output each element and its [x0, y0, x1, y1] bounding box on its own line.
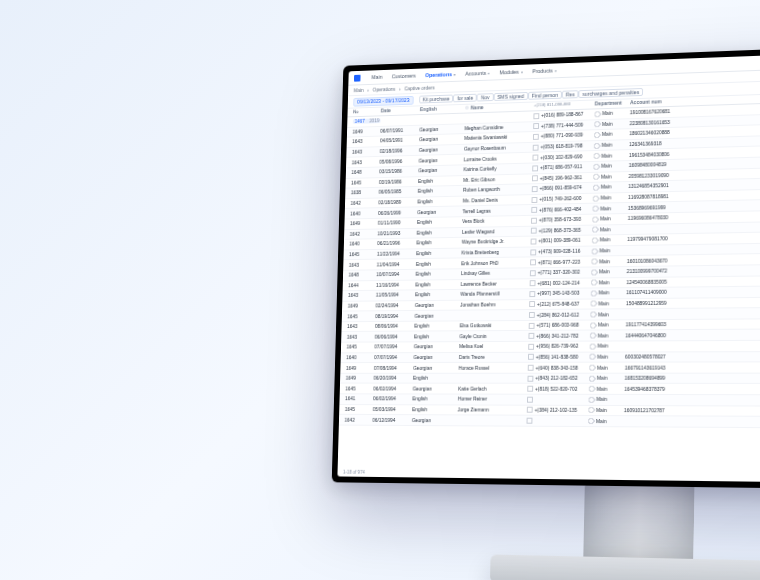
edit-icon[interactable]	[592, 205, 599, 212]
cell-dept: Main	[594, 142, 629, 149]
edit-icon[interactable]	[592, 237, 599, 244]
copy-icon[interactable]	[529, 312, 535, 318]
copy-icon[interactable]	[532, 176, 538, 182]
filter-chip[interactable]: surcharges and penalties	[579, 87, 644, 97]
edit-icon[interactable]	[593, 163, 600, 170]
nav-item[interactable]: Modules▾	[499, 69, 522, 76]
copy-icon[interactable]	[527, 375, 533, 381]
edit-icon[interactable]	[592, 248, 599, 255]
copy-icon[interactable]	[528, 344, 534, 350]
nav-item[interactable]: Accounts▾	[465, 70, 490, 77]
copy-icon[interactable]	[532, 165, 538, 171]
copy-icon[interactable]	[530, 259, 536, 265]
col-lang[interactable]: English	[420, 104, 465, 111]
edit-icon[interactable]	[592, 216, 599, 223]
cell-dept: Main	[593, 163, 628, 170]
cell-dept: Main	[592, 248, 628, 255]
copy-icon[interactable]	[530, 270, 536, 276]
copy-icon[interactable]	[532, 155, 538, 161]
cell-name	[465, 116, 534, 118]
col-id[interactable]: №	[353, 107, 381, 114]
col-date[interactable]: Date	[381, 106, 420, 113]
nav-item[interactable]: Customers	[392, 73, 416, 80]
nav-item[interactable]: Main	[371, 74, 382, 80]
copy-icon[interactable]	[527, 418, 533, 424]
copy-icon[interactable]	[533, 144, 539, 150]
edit-icon[interactable]	[591, 290, 598, 296]
col-dept[interactable]: Department	[595, 99, 630, 106]
edit-icon[interactable]	[594, 110, 601, 117]
edit-icon[interactable]	[590, 322, 597, 328]
copy-icon[interactable]	[531, 228, 537, 234]
nav-item[interactable]: Operations▾	[425, 71, 456, 78]
cell-name: Meghan Considine	[464, 124, 533, 131]
copy-icon[interactable]	[531, 207, 537, 213]
edit-icon[interactable]	[588, 407, 595, 413]
edit-icon[interactable]	[589, 354, 596, 360]
filter-chip[interactable]: Res	[562, 90, 579, 98]
edit-icon[interactable]	[591, 269, 598, 275]
breadcrumb-item[interactable]: Operations	[373, 86, 396, 93]
edit-icon[interactable]	[589, 375, 596, 381]
col-name[interactable]: Name	[465, 102, 534, 110]
cell-lang: English	[415, 282, 460, 287]
table-row[interactable]: 164507/07/1994GeorgianMelisa Kuel+(956) …	[341, 340, 760, 353]
cell-date: 11/04/1994	[377, 262, 416, 267]
copy-icon[interactable]	[531, 217, 537, 223]
copy-icon[interactable]	[533, 123, 539, 129]
edit-icon[interactable]	[593, 184, 600, 191]
nav-item[interactable]: Products▾	[532, 67, 556, 74]
edit-icon[interactable]	[593, 195, 600, 202]
copy-icon[interactable]	[528, 365, 534, 371]
col-acct[interactable]: Account num	[630, 97, 688, 105]
edit-icon[interactable]	[593, 173, 600, 180]
breadcrumb-item[interactable]: Captive orders	[404, 85, 435, 92]
copy-icon[interactable]	[527, 397, 533, 403]
copy-icon[interactable]	[530, 249, 536, 255]
table-row[interactable]: 164206/12/1994GeorgianMain	[339, 415, 760, 429]
cell-name: Gaynor Rosenbaum	[464, 145, 533, 152]
edit-icon[interactable]	[594, 142, 601, 149]
table-row[interactable]: 164907/08/1994GeorgianHorace Russel+(640…	[340, 362, 760, 373]
filter-chip[interactable]: for sale	[453, 93, 477, 102]
cell-id: 1649	[346, 376, 374, 381]
copy-icon[interactable]	[528, 333, 534, 339]
copy-icon[interactable]	[532, 197, 538, 203]
copy-icon[interactable]	[527, 407, 533, 413]
table-row[interactable]: 164007/07/1994GeorgianDaris Treore+(856)…	[341, 351, 760, 363]
copy-icon[interactable]	[529, 323, 535, 329]
edit-icon[interactable]	[589, 365, 596, 371]
breadcrumb-item[interactable]: Main	[354, 87, 364, 93]
table-row[interactable]: 164906/20/1994English+(843) 212-182-652M…	[340, 373, 760, 384]
cell-acct: 213100999700472	[627, 269, 685, 275]
edit-icon[interactable]	[589, 386, 596, 392]
copy-icon[interactable]	[529, 302, 535, 308]
cell-date: 06/06/1994	[375, 334, 414, 339]
copy-icon[interactable]	[531, 238, 537, 244]
copy-icon[interactable]	[533, 113, 539, 119]
copy-icon[interactable]	[527, 386, 533, 392]
edit-icon[interactable]	[594, 121, 601, 128]
edit-icon[interactable]	[591, 279, 598, 285]
edit-icon[interactable]	[594, 131, 601, 138]
col-phone[interactable]: +(218) 811-098-880	[534, 101, 595, 108]
cell-dept: Main	[590, 301, 626, 307]
filter-chip[interactable]: Nov	[477, 93, 494, 101]
edit-icon[interactable]	[590, 333, 597, 339]
copy-icon[interactable]	[528, 354, 534, 360]
edit-icon[interactable]	[594, 152, 601, 159]
cell-acct	[627, 250, 685, 251]
copy-icon[interactable]	[529, 291, 535, 297]
edit-icon[interactable]	[590, 311, 597, 317]
copy-icon[interactable]	[530, 280, 536, 286]
cell-date: 06/26/1999	[378, 210, 417, 216]
edit-icon[interactable]	[591, 258, 598, 264]
edit-icon[interactable]	[590, 301, 597, 307]
copy-icon[interactable]	[533, 134, 539, 140]
copy-icon[interactable]	[532, 186, 538, 192]
edit-icon[interactable]	[588, 418, 595, 424]
edit-icon[interactable]	[589, 397, 596, 403]
edit-icon[interactable]	[592, 226, 599, 233]
cell-dept: Main	[591, 258, 627, 264]
edit-icon[interactable]	[590, 343, 597, 349]
